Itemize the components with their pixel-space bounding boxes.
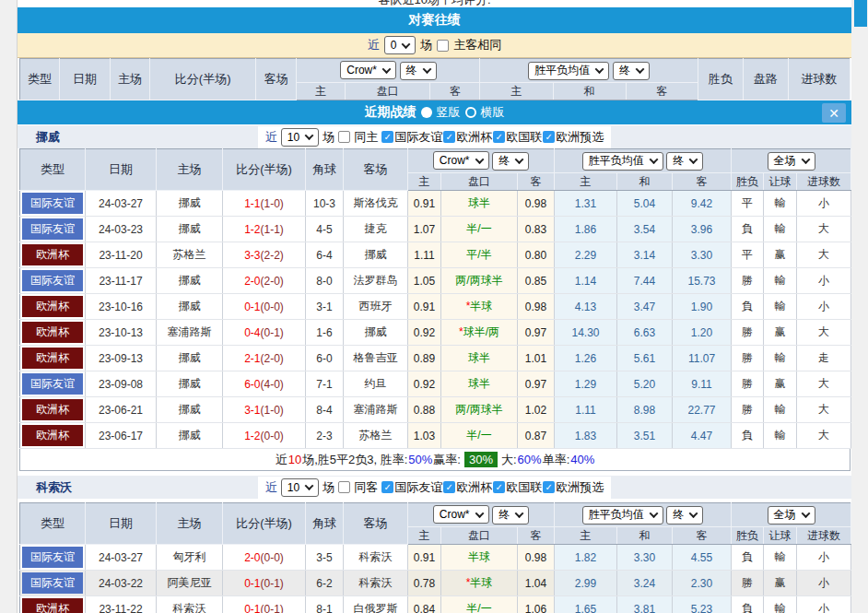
league-checkbox[interactable] — [381, 481, 393, 493]
handicap-line: 球半 — [441, 191, 518, 217]
match-date: 23-11-22 — [86, 596, 157, 613]
odds-stage-select-value: 终 — [499, 507, 510, 523]
league-checkbox[interactable] — [543, 481, 555, 493]
result-goals: 大 — [797, 397, 851, 423]
away-team: 挪威 — [344, 320, 408, 346]
match-scope-select-value: 全场 — [774, 153, 796, 169]
result-wdl: 勝 — [732, 268, 764, 294]
league-badge-cell: 欧洲杯 — [20, 320, 86, 346]
avg-home: 1.11 — [555, 397, 617, 423]
col-result: 胜负 — [732, 527, 764, 545]
h2h-near-count-select[interactable]: 0 — [384, 36, 416, 54]
league-badge-cell: 欧洲杯 — [20, 423, 86, 449]
bookmaker-select[interactable]: Crow* — [433, 151, 489, 170]
same-venue-checkbox[interactable] — [338, 481, 350, 493]
avg-home: 4.13 — [555, 294, 617, 320]
avg-odds-select[interactable]: 胜平负均值 — [528, 62, 609, 80]
avg-stage-select-value: 终 — [619, 63, 630, 78]
avg-draw: 3.47 — [617, 294, 673, 320]
league-badge-cell: 欧洲杯 — [20, 294, 86, 320]
corner-score: 8-0 — [306, 268, 344, 294]
close-button[interactable] — [822, 103, 846, 123]
scope-select-group: 全场 — [732, 503, 851, 527]
away-team: 科索沃 — [344, 571, 408, 596]
avg-home: 1.26 — [555, 346, 617, 371]
summary-segment: 单率: — [543, 452, 570, 468]
match-row[interactable]: 国际友谊24-03-23挪威1-2(1-1)4-5捷克1.07半/一0.831.… — [20, 217, 851, 242]
chevron-down-icon — [801, 509, 810, 518]
col-goals: 进球数 — [797, 173, 851, 191]
match-row[interactable]: 欧洲杯23-09-13挪威2-1(2-0)6-0格鲁吉亚0.89球半1.011.… — [20, 346, 851, 371]
near-count-select[interactable]: 10 — [281, 478, 319, 497]
avg-odds-select[interactable]: 胜平负均值 — [582, 506, 663, 525]
avg-draw: 6.63 — [617, 320, 673, 346]
summary-segment: 近 — [276, 452, 287, 468]
league-checkbox[interactable] — [443, 481, 455, 493]
scrollbar-thumb[interactable] — [854, 0, 867, 27]
summary-segment: 10 — [288, 453, 301, 466]
odds-home: 0.91 — [408, 545, 441, 571]
match-scope-select-value: 全场 — [774, 507, 796, 523]
vertical-layout-radio[interactable] — [421, 107, 432, 118]
league-badge: 国际友谊 — [22, 218, 83, 240]
bookmaker-select[interactable]: Crow* — [433, 505, 489, 524]
avg-away: 5.23 — [673, 596, 732, 613]
vertical-layout-label: 竖版 — [437, 104, 461, 121]
avg-odds-select[interactable]: 胜平负均值 — [582, 152, 663, 171]
result-wdl: 負 — [732, 217, 764, 242]
match-row[interactable]: 国际友谊24-03-27匈牙利2-0(0-0)3-5科索沃0.91半球0.981… — [20, 545, 851, 571]
league-badge-cell: 欧洲杯 — [20, 242, 86, 268]
match-row[interactable]: 国际友谊24-03-22阿美尼亚0-1(0-1)6-2科索沃0.78*半球1.0… — [20, 571, 851, 596]
col-score: 比分(半场) — [223, 149, 306, 191]
match-date: 23-09-08 — [86, 371, 157, 397]
match-row[interactable]: 欧洲杯23-11-20苏格兰3-3(2-2)6-4挪威1.11平/半0.802.… — [20, 242, 851, 268]
avg-odds-select-value: 胜平负均值 — [534, 63, 590, 78]
near-count-select[interactable]: 10 — [281, 128, 319, 147]
league-badge-cell: 欧洲杯 — [20, 397, 86, 423]
odds-stage-select[interactable]: 终 — [492, 152, 529, 171]
match-row[interactable]: 国际友谊24-03-27挪威1-1(1-0)10-3斯洛伐克0.91球半0.98… — [20, 191, 851, 217]
avg-stage-select[interactable]: 终 — [613, 62, 650, 80]
avg-stage-select[interactable]: 终 — [666, 152, 703, 171]
result-goals: 大 — [797, 320, 851, 346]
score: 0-1(0-1) — [223, 596, 306, 613]
bookmaker-select[interactable]: Crow* — [340, 61, 396, 79]
avg-stage-select[interactable]: 终 — [666, 506, 703, 525]
result-goals: 大 — [797, 423, 851, 449]
match-row[interactable]: 欧洲杯23-10-16挪威0-1(0-0)3-1西班牙0.91*半球0.984.… — [20, 294, 851, 320]
match-row[interactable]: 国际友谊23-09-08挪威6-0(4-0)7-1约旦0.92球半0.971.2… — [20, 371, 851, 397]
match-row[interactable]: 欧洲杯23-06-17挪威1-2(0-0)2-3苏格兰1.03半/一0.871.… — [20, 423, 851, 449]
match-row[interactable]: 欧洲杯23-06-21挪威3-1(1-0)8-4塞浦路斯0.88两/两球半1.0… — [20, 397, 851, 423]
handicap-line: *半球 — [441, 571, 518, 596]
match-scope-select[interactable]: 全场 — [768, 506, 815, 525]
result-handicap: 輸 — [764, 545, 797, 571]
league-badge-cell: 国际友谊 — [20, 268, 86, 294]
head-to-head-title: 对赛往绩 — [409, 12, 461, 29]
horizontal-layout-radio[interactable] — [465, 107, 476, 118]
home-team: 科索沃 — [157, 596, 223, 613]
same-home-away-checkbox[interactable] — [437, 40, 449, 52]
norway-summary-row: 近10场,胜5平2负3, 胜率:50% 赢率: 30% 大:60% 单率:40% — [19, 449, 850, 471]
vertical-scrollbar[interactable] — [852, 0, 868, 613]
matches-unit-label: 场 — [420, 37, 432, 53]
col-type: 类型 — [20, 503, 86, 545]
league-checkbox[interactable] — [381, 131, 393, 143]
league-checkbox-label: 国际友谊 — [394, 479, 442, 496]
odds-stage-select[interactable]: 终 — [492, 506, 529, 525]
match-row[interactable]: 欧洲杯23-10-13塞浦路斯0-4(0-1)1-6挪威0.92*球半/两0.9… — [20, 320, 851, 346]
odds-away: 0.80 — [518, 242, 555, 268]
odds-away: 1.06 — [518, 596, 555, 613]
result-goals: 小 — [797, 596, 851, 613]
crow-select-group: Crow* 终 — [408, 503, 555, 527]
league-checkbox[interactable] — [493, 481, 505, 493]
league-checkbox[interactable] — [543, 131, 555, 143]
odds-stage-select[interactable]: 终 — [400, 62, 437, 80]
same-venue-checkbox[interactable] — [338, 131, 350, 143]
league-checkbox[interactable] — [493, 131, 505, 143]
match-row[interactable]: 欧洲杯23-11-22科索沃0-1(0-1)8-1白俄罗斯0.84半/一1.06… — [20, 596, 851, 613]
result-wdl: 負 — [732, 294, 764, 320]
league-checkbox[interactable] — [443, 131, 455, 143]
match-scope-select[interactable]: 全场 — [768, 152, 815, 171]
match-row[interactable]: 国际友谊23-11-17挪威2-0(2-0)8-0法罗群岛1.05两/两球半0.… — [20, 268, 851, 294]
result-goals: 小 — [797, 545, 851, 571]
